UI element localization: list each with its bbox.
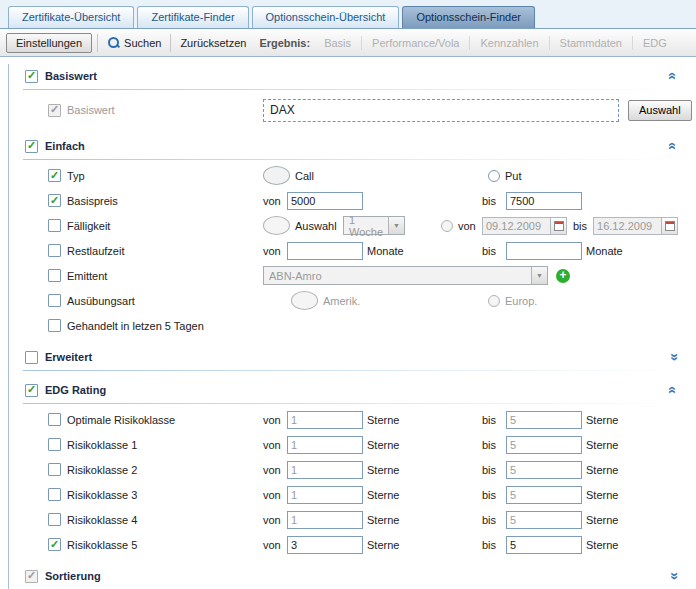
collapse-icon[interactable] — [666, 139, 680, 153]
section-erweitert: Erweitert — [9, 345, 696, 371]
radio-auswahl-zeitraum[interactable] — [263, 216, 290, 235]
von-label: von — [263, 245, 287, 257]
auswahl-radio-label: Auswahl — [295, 220, 343, 232]
emittent-select-value: ABN-Amro — [269, 270, 322, 282]
radio-put[interactable] — [488, 170, 500, 182]
section-title: Basiswert — [45, 70, 97, 82]
checkbox-basispreis[interactable] — [48, 194, 61, 207]
zeitraum-select[interactable]: 1 Woche — [343, 216, 405, 235]
restlaufzeit-bis-input[interactable] — [506, 242, 582, 260]
von-input[interactable] — [287, 436, 363, 454]
auswahl-button[interactable]: Auswahl — [628, 100, 692, 121]
sterne-label: Sterne — [586, 439, 618, 451]
checkbox-gehandelt[interactable] — [48, 319, 61, 332]
suchen-button[interactable]: Suchen — [103, 36, 165, 49]
von-input[interactable] — [287, 461, 363, 479]
faelligkeit-row: Fälligkeit Auswahl 1 Woche von bis — [9, 213, 696, 238]
zeitraum-select-value: 1 Woche — [349, 214, 384, 238]
checkbox-basiswert[interactable] — [48, 104, 61, 117]
tab-zertifikate-finder[interactable]: Zertifikate-Finder — [137, 6, 248, 28]
risikoklasse-3-row: Risikoklasse 3 von Sterne bis Sterne — [9, 482, 696, 507]
result-tab-performance-vola[interactable]: Performance/Vola — [367, 37, 464, 49]
toolbar-separator — [469, 36, 470, 50]
collapse-icon[interactable] — [666, 383, 680, 397]
bis-label: bis — [482, 245, 506, 257]
radio-amerik[interactable] — [291, 291, 318, 310]
section-einfach: Einfach Typ Call Put Basispreis von bis — [9, 134, 696, 338]
tab-optionsschein-finder[interactable]: Optionsschein-Finder — [402, 6, 535, 28]
checkbox-section-edg-rating[interactable] — [25, 384, 38, 397]
checkbox-optimale-risikoklasse[interactable] — [48, 413, 61, 426]
checkbox-risikoklasse-1[interactable] — [48, 438, 61, 451]
typ-label: Typ — [67, 170, 263, 182]
basispreis-bis-input[interactable] — [506, 192, 582, 210]
bis-input[interactable] — [506, 511, 582, 529]
section-title: Erweitert — [45, 351, 92, 363]
von-input[interactable] — [287, 511, 363, 529]
checkbox-ausuebungsart[interactable] — [48, 294, 61, 307]
checkbox-risikoklasse-3[interactable] — [48, 488, 61, 501]
sterne-label: Sterne — [586, 539, 618, 551]
bis-input[interactable] — [506, 536, 582, 554]
monate-label: Monate — [586, 245, 623, 257]
radio-call[interactable] — [263, 166, 290, 185]
sterne-label: Sterne — [367, 489, 482, 501]
basispreis-von-input[interactable] — [287, 192, 363, 210]
sterne-label: Sterne — [586, 514, 618, 526]
checkbox-risikoklasse-2[interactable] — [48, 463, 61, 476]
checkbox-risikoklasse-5[interactable] — [48, 538, 61, 551]
datum-bis-input[interactable] — [593, 217, 661, 235]
calendar-icon — [554, 221, 564, 231]
von-label: von — [263, 464, 287, 476]
expand-icon[interactable] — [666, 569, 680, 583]
checkbox-section-erweitert[interactable] — [25, 351, 38, 364]
collapse-icon[interactable] — [666, 69, 680, 83]
sterne-label: Sterne — [367, 414, 482, 426]
checkbox-section-sortierung[interactable] — [25, 570, 38, 583]
bis-input[interactable] — [506, 436, 582, 454]
von-input[interactable] — [287, 411, 363, 429]
section-title: Einfach — [45, 140, 85, 152]
expand-icon[interactable] — [666, 350, 680, 364]
call-option: Call — [263, 166, 488, 185]
emittent-select[interactable]: ABN-Amro — [263, 266, 548, 285]
result-tab-basis[interactable]: Basis — [319, 37, 356, 49]
result-tab-stammdaten[interactable]: Stammdaten — [555, 37, 627, 49]
risikoklasse-4-row: Risikoklasse 4 von Sterne bis Sterne — [9, 507, 696, 532]
von-input[interactable] — [287, 486, 363, 504]
risikoklasse-5-row: Risikoklasse 5 von Sterne bis Sterne — [9, 532, 696, 557]
tab-zertifikate-uebersicht[interactable]: Zertifikate-Übersicht — [8, 6, 134, 28]
checkbox-emittent[interactable] — [48, 269, 61, 282]
add-emittent-icon[interactable] — [556, 269, 570, 283]
toolbar-separator — [361, 36, 362, 50]
checkbox-restlaufzeit[interactable] — [48, 244, 61, 257]
bis-input[interactable] — [506, 411, 582, 429]
von-input[interactable] — [287, 536, 363, 554]
result-tab-kennzahlen[interactable]: Kennzahlen — [475, 37, 543, 49]
von-label: von — [263, 195, 287, 207]
checkbox-typ[interactable] — [48, 169, 61, 182]
restlaufzeit-row: Restlaufzeit von Monate bis Monate — [9, 238, 696, 263]
section-title: EDG Rating — [45, 384, 106, 396]
bis-input[interactable] — [506, 486, 582, 504]
result-tab-edg[interactable]: EDG — [638, 37, 672, 49]
monate-label: Monate — [367, 245, 482, 257]
bis-input[interactable] — [506, 461, 582, 479]
checkbox-section-basiswert[interactable] — [25, 70, 38, 83]
basiswert-input[interactable] — [263, 99, 619, 122]
restlaufzeit-von-input[interactable] — [287, 242, 363, 260]
checkbox-faelligkeit[interactable] — [48, 219, 61, 232]
dropdown-arrow-icon — [388, 217, 404, 234]
radio-datum-zeitraum[interactable] — [441, 220, 453, 232]
datum-von-input[interactable] — [482, 217, 550, 235]
zuruecksetzen-button[interactable]: Zurücksetzen — [176, 37, 250, 49]
radio-europ[interactable] — [488, 295, 500, 307]
calendar-button[interactable] — [550, 217, 567, 235]
checkbox-section-einfach[interactable] — [25, 140, 38, 153]
tab-optionsschein-uebersicht[interactable]: Optionsschein-Übersicht — [252, 6, 400, 28]
main-panel: Basiswert Basiswert Auswahl Einfach Typ … — [0, 56, 696, 589]
checkbox-risikoklasse-4[interactable] — [48, 513, 61, 526]
einstellungen-button[interactable]: Einstellungen — [6, 33, 92, 53]
calendar-button[interactable] — [661, 217, 678, 235]
amerik-option: Amerik. — [263, 291, 488, 310]
